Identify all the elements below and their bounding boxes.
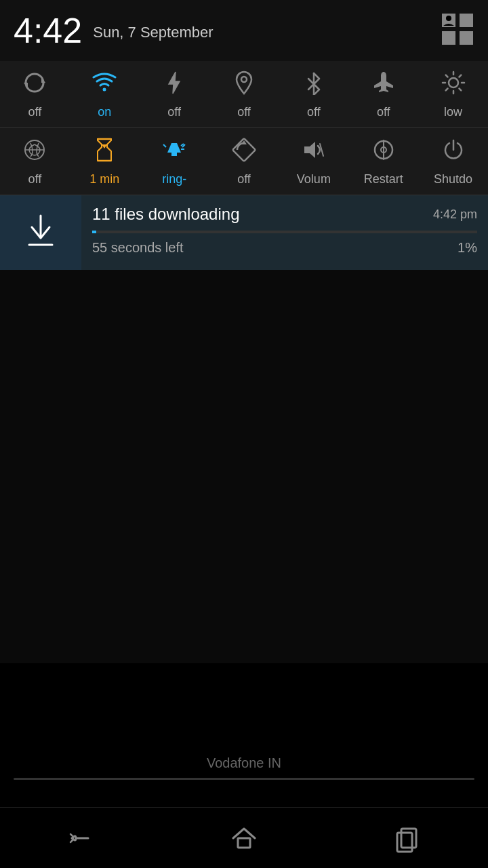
qs-flash-label: off [167,105,181,119]
svg-point-10 [449,78,458,87]
qs-wifi-label: on [98,105,111,119]
qs-bluetooth[interactable]: off [279,61,348,127]
qs-flash[interactable]: off [140,61,209,127]
volume-icon [302,138,326,168]
recents-button[interactable] [392,823,422,853]
notif-percent: 1% [458,240,477,256]
ring-icon [162,138,186,168]
svg-rect-40 [397,833,412,852]
timer-icon [92,138,117,168]
qs-rotate-label: off [237,172,251,186]
qs-mobile-data[interactable]: off [0,128,70,195]
notification-item[interactable]: 11 files downloading 4:42 pm 55 seconds … [0,195,488,270]
time-display: 4:42 [14,10,82,51]
svg-line-15 [445,75,447,77]
svg-point-7 [103,88,106,92]
svg-line-16 [459,89,461,91]
notif-bottom-row: 55 seconds left 1% [92,240,477,256]
notif-icon-area [0,195,81,270]
quick-settings-row-2: off 1 min ring- [0,128,488,195]
location-icon [232,71,256,101]
home-icon [229,823,259,853]
status-bar: 4:42 Sun, 7 September [0,0,488,61]
main-content [0,270,488,663]
qs-ring[interactable]: ring- [140,128,209,195]
svg-rect-3 [460,31,473,45]
qs-timer[interactable]: 1 min [70,128,140,195]
notif-title-row: 11 files downloading 4:42 pm [92,205,477,224]
svg-rect-39 [401,829,416,848]
notif-title: 11 files downloading [92,205,240,224]
qs-brightness[interactable]: low [418,61,488,127]
qs-airplane[interactable]: off [348,61,418,127]
notif-time: 4:42 pm [433,208,477,222]
notif-progress-fill [92,231,96,233]
date-display: Sun, 7 September [93,24,213,41]
carrier-name: Vodafone IN [207,755,281,770]
brightness-icon [441,71,466,101]
svg-rect-23 [171,153,177,156]
qs-location[interactable]: off [209,61,279,127]
back-icon [66,823,96,853]
svg-marker-8 [169,72,180,94]
qs-bluetooth-label: off [307,105,321,119]
svg-point-4 [446,16,451,21]
download-icon [24,212,58,253]
recents-icon [392,823,422,853]
qs-restart-label: Restart [364,172,403,186]
qs-timer-label: 1 min [89,172,119,186]
qs-mobile-data-label: off [28,172,42,186]
qs-location-label: off [237,105,251,119]
qs-shutdown[interactable]: Shutdo [418,128,488,195]
restart-icon [371,138,396,168]
qs-volume-label: Volum [297,172,331,186]
qs-sync[interactable]: off [0,61,70,127]
back-button[interactable] [66,823,96,853]
status-icons [441,12,474,49]
bluetooth-icon [302,71,326,101]
svg-line-24 [163,144,166,147]
svg-rect-1 [460,14,473,27]
shutdown-icon [441,138,466,168]
qs-wifi[interactable]: on [70,61,140,127]
carrier-area: Vodafone IN [0,755,488,780]
home-button[interactable] [229,823,259,853]
qs-sync-label: off [28,105,42,119]
svg-line-17 [459,75,461,77]
carrier-bar [14,778,474,780]
notif-content: 11 files downloading 4:42 pm 55 seconds … [81,195,488,270]
qs-ring-label: ring- [162,172,186,186]
svg-marker-22 [167,143,181,153]
mobile-data-icon [22,138,47,168]
profile-grid-icon [441,12,474,46]
svg-marker-30 [304,142,315,158]
rotate-icon [232,138,256,168]
nav-bar [0,807,488,868]
qs-airplane-label: off [377,105,390,119]
airplane-icon [371,71,396,101]
quick-settings-row-1: off on off off [0,61,488,128]
svg-rect-38 [238,838,250,848]
qs-shutdown-label: Shutdo [434,172,472,186]
notif-time-left: 55 seconds left [92,240,184,256]
svg-point-9 [241,77,247,82]
svg-rect-2 [442,31,455,45]
qs-rotate[interactable]: off [209,128,279,195]
qs-brightness-label: low [444,105,462,119]
qs-volume[interactable]: Volum [279,128,348,195]
svg-line-18 [445,89,447,91]
wifi-icon [92,71,117,101]
sync-icon [22,71,47,101]
flash-icon [162,71,186,101]
notif-progress-bar [92,231,477,233]
qs-restart[interactable]: Restart [348,128,418,195]
